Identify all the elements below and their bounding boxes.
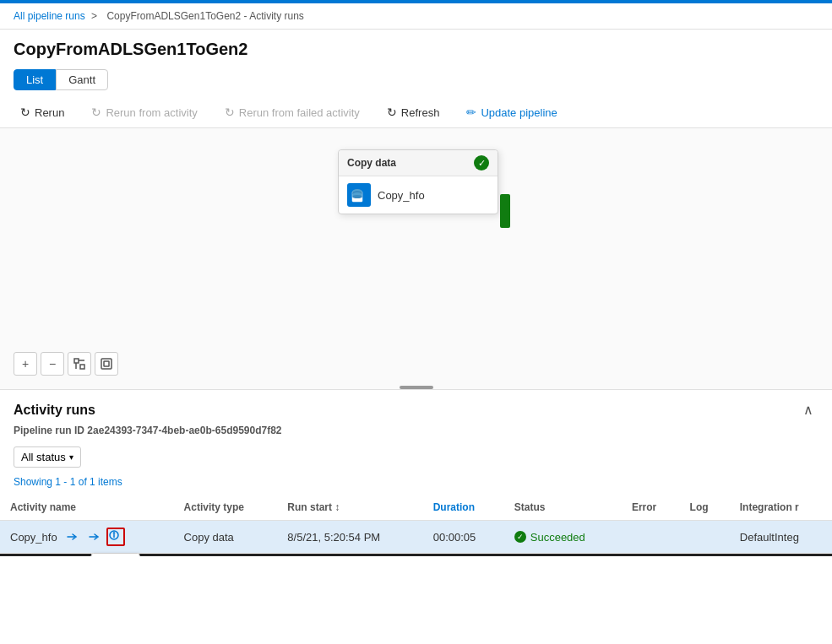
details-icon[interactable]: Details <box>106 528 125 546</box>
svg-point-13 <box>113 533 114 533</box>
pipeline-run-id-number: 2ae24393-7347-4beb-ae0b-65d9590d7f82 <box>87 425 281 436</box>
table-container: Activity name Activity type Run start ↕ … <box>0 495 832 556</box>
svg-rect-9 <box>101 359 111 369</box>
run-details-icon[interactable] <box>63 528 81 546</box>
copy-data-icon <box>347 183 371 207</box>
update-pipeline-icon: ✏ <box>466 106 476 119</box>
status-filter: All status ▾ <box>0 443 832 474</box>
refresh-label: Refresh <box>401 106 440 119</box>
cell-activity-type: Copy data <box>174 521 278 554</box>
section-title: Activity runs <box>14 403 95 418</box>
cell-activity-name: Copy_hfo <box>0 521 174 554</box>
canvas-connector <box>500 194 510 228</box>
pipeline-run-id-row: Pipeline run ID 2ae24393-7347-4beb-ae0b-… <box>0 423 832 443</box>
update-pipeline-label: Update pipeline <box>481 106 557 119</box>
collapse-button[interactable]: ∧ <box>798 400 818 419</box>
rerun-button[interactable]: ↻ Rerun <box>14 102 71 122</box>
breadcrumb: All pipeline runs > CopyFromADLSGen1ToGe… <box>0 3 832 30</box>
page-title: CopyFromADLSGen1ToGen2 <box>0 30 832 66</box>
popup-header-title: Copy data <box>347 157 396 169</box>
cell-error <box>622 521 680 554</box>
canvas-controls: + − <box>14 352 118 376</box>
section-header: Activity runs ∧ <box>0 390 832 423</box>
output-icon[interactable] <box>84 528 103 546</box>
toolbar: ↻ Rerun ↻ Rerun from activity ↻ Rerun fr… <box>0 97 832 128</box>
rerun-from-activity-button[interactable]: ↻ Rerun from activity <box>84 102 204 122</box>
col-activity-type: Activity type <box>174 495 278 521</box>
rerun-from-failed-label: Rerun from failed activity <box>239 106 360 119</box>
table-row: Copy_hfo <box>0 521 832 554</box>
rerun-from-failed-button[interactable]: ↻ Rerun from failed activity <box>218 102 367 122</box>
popup-body: Copy_hfo <box>339 176 498 214</box>
activity-name-value: Copy_hfo <box>10 531 57 544</box>
fit-screen-button[interactable] <box>68 352 91 376</box>
chevron-down-icon: ▾ <box>69 452 73 462</box>
activity-runs-section: Activity runs ∧ Pipeline run ID 2ae24393… <box>0 390 832 556</box>
breadcrumb-separator: > <box>91 10 97 22</box>
table-header-row: Activity name Activity type Run start ↕ … <box>0 495 832 521</box>
popup-item-name: Copy_hfo <box>378 189 425 202</box>
col-run-start[interactable]: Run start ↕ <box>277 495 422 521</box>
refresh-button[interactable]: ↻ Refresh <box>380 102 447 122</box>
status-filter-label: All status <box>21 451 66 463</box>
pipeline-run-id-label: Pipeline run ID <box>14 425 84 436</box>
status-success-badge: ✓ Succeeded <box>514 531 612 544</box>
col-error: Error <box>622 495 680 521</box>
rerun-label: Rerun <box>35 106 64 119</box>
svg-point-4 <box>352 195 362 198</box>
zoom-in-button[interactable]: + <box>14 352 37 376</box>
col-activity-name: Activity name <box>0 495 174 521</box>
svg-rect-10 <box>104 361 109 366</box>
canvas-popup: Copy data ✓ Copy_hfo <box>338 149 498 214</box>
details-tooltip: Details <box>90 553 140 556</box>
canvas-area: Copy data ✓ Copy_hfo + − <box>0 128 832 390</box>
status-label: Succeeded <box>530 531 585 544</box>
col-status: Status <box>504 495 622 521</box>
breadcrumb-all-runs[interactable]: All pipeline runs <box>14 10 85 22</box>
svg-rect-6 <box>80 365 84 369</box>
zoom-out-button[interactable]: − <box>41 352 64 376</box>
row-actions: Details <box>63 528 125 546</box>
activity-runs-table: Activity name Activity type Run start ↕ … <box>0 495 832 554</box>
col-duration: Duration <box>423 495 504 521</box>
rerun-from-activity-label: Rerun from activity <box>106 106 197 119</box>
list-view-button[interactable]: List <box>14 69 56 90</box>
col-log: Log <box>680 495 730 521</box>
rerun-icon: ↻ <box>20 106 30 119</box>
rerun-from-activity-icon: ↻ <box>91 106 101 119</box>
cell-status: ✓ Succeeded <box>504 521 622 554</box>
scroll-indicator <box>400 386 433 389</box>
status-filter-button[interactable]: All status ▾ <box>14 446 81 468</box>
cell-log <box>680 521 730 554</box>
update-pipeline-button[interactable]: ✏ Update pipeline <box>460 102 563 122</box>
status-dot: ✓ <box>514 531 526 543</box>
rerun-from-failed-icon: ↻ <box>225 106 235 119</box>
gantt-view-button[interactable]: Gantt <box>56 69 108 90</box>
view-toggle: List Gantt <box>0 66 832 97</box>
cell-run-start: 8/5/21, 5:20:54 PM <box>277 521 422 554</box>
svg-rect-5 <box>74 359 79 363</box>
breadcrumb-current: CopyFromADLSGen1ToGen2 - Activity runs <box>106 10 303 22</box>
cell-duration: 00:00:05 <box>423 521 504 554</box>
cell-integration: DefaultInteg <box>730 521 832 554</box>
col-integration: Integration r <box>730 495 832 521</box>
refresh-icon: ↻ <box>387 106 397 119</box>
popup-success-check: ✓ <box>474 155 489 170</box>
showing-count: Showing 1 - 1 of 1 items <box>0 474 832 495</box>
popup-header: Copy data ✓ <box>339 150 498 176</box>
reset-view-button[interactable] <box>95 352 118 376</box>
